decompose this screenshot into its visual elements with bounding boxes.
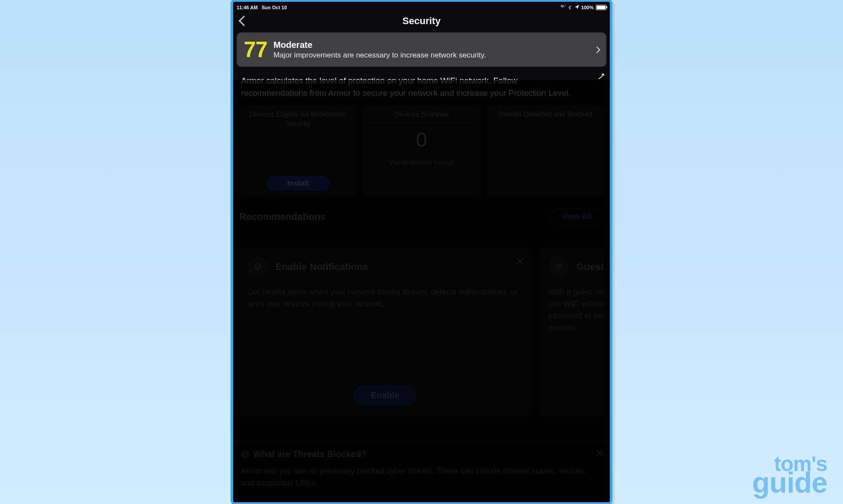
view-all-button[interactable]: View All <box>550 209 604 225</box>
security-content: Armor calculates the level of protection… <box>233 67 610 502</box>
tile-divider <box>370 123 473 123</box>
battery-icon <box>596 5 606 10</box>
info-question: What are Threats Blocked? <box>253 449 367 459</box>
info-body: Armor lets you see all previously blocke… <box>241 465 588 489</box>
tile-scanned-value: 0 <box>416 128 427 151</box>
recommendation-card-notifications[interactable]: Enable Notifications Get helpful alerts … <box>238 248 532 416</box>
tile-scanned-sub: Vulnerabilities Found <box>389 158 454 166</box>
location-arrow-icon <box>575 5 579 10</box>
tile-threats: Threats Detected and Blocked <box>486 105 605 197</box>
watermark-line2: guide <box>752 471 827 494</box>
stat-tiles-row: Devices Eligible for Bitdefender Securit… <box>238 105 605 197</box>
tile-eligible-title: Devices Eligible for Bitdefender Securit… <box>243 110 353 129</box>
chevron-right-icon <box>594 47 601 54</box>
trend-up-icon <box>598 71 605 79</box>
status-time: 11:46 AM <box>237 5 258 10</box>
wifi-guest-icon <box>548 256 569 277</box>
back-button[interactable] <box>238 12 250 30</box>
card-title: Guest WiFi Network <box>576 261 605 273</box>
page-title: Security <box>403 15 441 27</box>
card-body: With a guest network, visitors can use W… <box>548 286 605 334</box>
recommendations-header: Recommendations View All <box>239 209 604 225</box>
location-moon-icon: ☾ <box>569 5 573 10</box>
wifi-icon <box>561 5 566 10</box>
bell-icon <box>247 256 268 277</box>
recommendation-cards-row: Enable Notifications Get helpful alerts … <box>238 248 605 416</box>
armor-description: Armor calculates the level of protection… <box>238 72 605 99</box>
question-icon: ? <box>241 450 249 458</box>
install-button[interactable]: Install <box>266 176 330 191</box>
tile-scanned-title: Devices Scanned <box>394 110 449 119</box>
status-date: Sun Oct 10 <box>262 5 287 10</box>
enable-button[interactable]: Enable <box>353 385 417 406</box>
nav-header: Security <box>233 12 610 30</box>
tile-eligible-devices: Devices Eligible for Bitdefender Securit… <box>238 105 357 197</box>
recommendations-heading: Recommendations <box>239 211 326 223</box>
card-title: Enable Notifications <box>275 261 368 273</box>
protection-score-value: 77 <box>244 39 267 61</box>
tile-threats-title: Threats Detected and Blocked <box>498 110 592 119</box>
protection-score-banner[interactable]: 77 Moderate Major improvements are neces… <box>237 32 606 67</box>
close-icon[interactable] <box>514 256 526 267</box>
toms-guide-watermark: tom's guide <box>752 455 827 494</box>
card-body: Get helpful alerts when your network blo… <box>247 286 523 310</box>
recommendation-card-guest-wifi[interactable]: Guest WiFi Network With a guest network,… <box>540 248 605 416</box>
battery-percent: 100% <box>581 5 594 10</box>
protection-level-subtitle: Major improvements are necessary to incr… <box>274 51 588 60</box>
close-icon[interactable] <box>595 448 605 458</box>
status-bar: 11:46 AM Sun Oct 10 ☾ 100% <box>233 2 610 12</box>
tile-devices-scanned: Devices Scanned 0 Vulnerabilities Found <box>362 105 481 197</box>
info-panel-threats-blocked: ? What are Threats Blocked? Armor lets y… <box>233 442 610 502</box>
ipad-screen: 11:46 AM Sun Oct 10 ☾ 100% Security <box>231 0 612 504</box>
protection-level-label: Moderate <box>274 40 588 50</box>
chevron-left-icon <box>238 16 249 26</box>
